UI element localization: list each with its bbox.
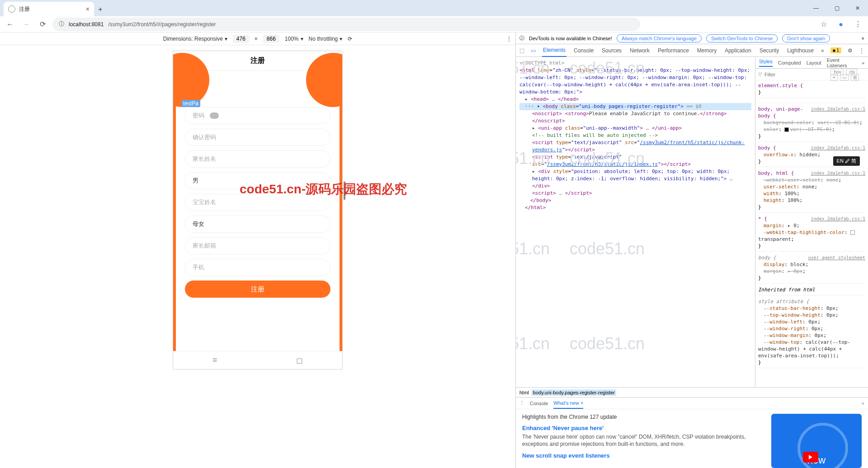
throttle-dropdown[interactable]: No throttling ▾ <box>309 36 343 42</box>
tab-title: 注册 <box>19 5 30 13</box>
browser-address-bar: ← → ⟳ ⓘ localhost:8081/ssmy3um2/front/h5… <box>0 16 868 33</box>
profile-icon[interactable]: ● <box>835 18 847 31</box>
email-field[interactable]: 家长邮箱 <box>185 237 330 254</box>
tab-memory[interactable]: Memory <box>696 45 717 56</box>
close-tab-icon[interactable]: × <box>86 5 90 13</box>
square-icon[interactable]: ◻ <box>296 356 303 365</box>
tabs-overflow-icon[interactable]: » <box>862 60 864 66</box>
drawer-tab-whatsnew[interactable]: What's new × <box>553 398 583 409</box>
tab-security[interactable]: Security <box>759 45 780 56</box>
password-field[interactable]: 密码 <box>185 107 330 124</box>
filter-input[interactable] <box>764 72 827 77</box>
tab-network[interactable]: Network <box>629 45 651 56</box>
tab-application[interactable]: Application <box>724 45 752 56</box>
zoom-dropdown[interactable]: 100% ▾ <box>285 36 303 42</box>
height-input[interactable] <box>263 35 279 43</box>
dimensions-dropdown[interactable]: Dimensions: Responsive ▾ <box>163 36 227 42</box>
new-tab-button[interactable]: + <box>94 5 107 16</box>
play-icon <box>803 452 818 463</box>
url-field[interactable]: ⓘ localhost:8081/ssmy3um2/front/h5/#/pag… <box>52 18 640 31</box>
eye-toggle-icon[interactable] <box>210 112 219 119</box>
window-maximize[interactable]: ▢ <box>826 0 847 16</box>
tab-performance[interactable]: Performance <box>657 45 690 56</box>
resize-handle[interactable] <box>344 182 345 200</box>
tab-elements[interactable]: Elements <box>542 44 566 57</box>
dont-show-button[interactable]: Don't show again <box>782 34 830 42</box>
browser-tab[interactable]: 注册 × <box>4 2 94 16</box>
tab-sources[interactable]: Sources <box>601 45 623 56</box>
flex-icon[interactable]: ⊞ <box>851 74 859 81</box>
gender-select[interactable]: 男 <box>185 172 330 189</box>
confirm-password-field[interactable]: 确认密码 <box>185 129 330 146</box>
element-highlight-label: testPa <box>181 100 200 107</box>
browser-titlebar: 注册 × + — ▢ ✕ <box>0 0 868 16</box>
phone-field[interactable]: 手机 <box>185 259 330 276</box>
always-match-lang-button[interactable]: Always match Chrome's language <box>617 34 702 42</box>
add-rule-icon[interactable]: + <box>830 74 838 81</box>
window-close[interactable]: ✕ <box>847 0 868 16</box>
dom-breadcrumb[interactable]: html body.uni-body.pages-register-regist… <box>516 387 868 397</box>
info-icon: ⓘ <box>519 35 524 42</box>
tab-event-listeners[interactable]: Event Listeners <box>827 57 856 68</box>
info-icon[interactable]: ⓘ <box>59 20 64 28</box>
decor-side <box>340 71 342 351</box>
kebab-icon[interactable]: ⋮ <box>859 47 864 54</box>
promo-video[interactable]: new <box>771 414 862 468</box>
window-minimize[interactable]: — <box>806 0 826 16</box>
tab-layout[interactable]: Layout <box>807 60 821 66</box>
x-label: × <box>255 36 258 42</box>
device-icon[interactable]: ▭ <box>531 47 536 54</box>
tab-styles[interactable]: Styles <box>759 59 773 67</box>
css-rules[interactable]: element.style {} </span><span class="sel… <box>755 80 868 387</box>
styles-panel: Styles Computed Layout Event Listeners »… <box>755 57 868 387</box>
tab-lighthouse[interactable]: Lighthouse <box>786 45 815 56</box>
box-model-icon[interactable]: ▭ <box>840 74 849 81</box>
devtools-info-text: DevTools is now available in Chinese! <box>529 36 612 41</box>
forward-button[interactable]: → <box>20 18 33 31</box>
devtools-more-icon[interactable]: ⋮ <box>506 36 512 42</box>
inspect-icon[interactable]: ⬚ <box>519 47 524 54</box>
devtools-tabs: ⬚ ▭ Elements Console Sources Network Per… <box>516 44 868 57</box>
decor-side <box>173 71 176 351</box>
reload-button[interactable]: ⟳ <box>36 18 49 31</box>
rotate-icon[interactable]: ⟳ <box>348 36 352 42</box>
parent-name-field[interactable]: 家长姓名 <box>185 150 330 168</box>
drawer-menu-icon[interactable]: ⋮ <box>519 400 524 406</box>
baby-name-field[interactable]: 宝宝姓名 <box>185 194 330 211</box>
crumb-body[interactable]: body.uni-body.pages-register-register <box>532 389 616 396</box>
relation-select[interactable]: 母女 <box>185 215 330 233</box>
hamburger-icon[interactable]: ≡ <box>212 356 217 365</box>
url-path: /ssmy3um2/front/h5/#/pages/register/regi… <box>108 21 216 28</box>
width-input[interactable] <box>233 35 249 43</box>
devtools-drawer: ⋮ Console What's new × × new Highlights … <box>516 397 868 468</box>
mobile-preview: 〈 注册 testPa 密码 确认密码 家长姓名 男 宝宝姓名 <box>173 51 343 370</box>
devtools-panel: ⓘ DevTools is now available in Chinese! … <box>515 33 868 468</box>
switch-lang-button[interactable]: Switch DevTools to Chinese <box>706 34 778 42</box>
lang-tooltip: EN 🖉 简 <box>833 156 860 166</box>
close-infobar-icon[interactable]: × <box>862 36 864 41</box>
tabs-overflow-icon[interactable]: » <box>821 47 824 54</box>
filter-funnel-icon[interactable]: ▽ <box>758 71 762 77</box>
globe-icon <box>8 5 15 13</box>
kebab-menu-icon[interactable]: ⋮ <box>852 18 864 31</box>
crumb-html[interactable]: html <box>519 390 529 395</box>
close-drawer-icon[interactable]: × <box>862 401 864 406</box>
issues-badge[interactable]: ■ 1 <box>830 47 841 53</box>
page-title: 注册 <box>250 56 265 66</box>
register-button[interactable]: 注册 <box>185 281 330 298</box>
device-toolbar: Dimensions: Responsive ▾ × 100% ▾ No thr… <box>0 33 515 45</box>
phone-bottom-nav: ≡ ◻ <box>173 351 342 369</box>
bookmark-icon[interactable]: ☆ <box>817 18 830 31</box>
tab-computed[interactable]: Computed <box>778 60 801 66</box>
url-host: localhost:8081 <box>69 21 104 28</box>
dom-tree[interactable]: <!DOCTYPE html> <html lang="zh-CN" style… <box>516 57 755 387</box>
back-button[interactable]: ← <box>4 18 16 31</box>
settings-icon[interactable]: ⚙ <box>848 47 853 54</box>
tab-console[interactable]: Console <box>573 45 594 56</box>
drawer-tab-console[interactable]: Console <box>530 401 548 406</box>
